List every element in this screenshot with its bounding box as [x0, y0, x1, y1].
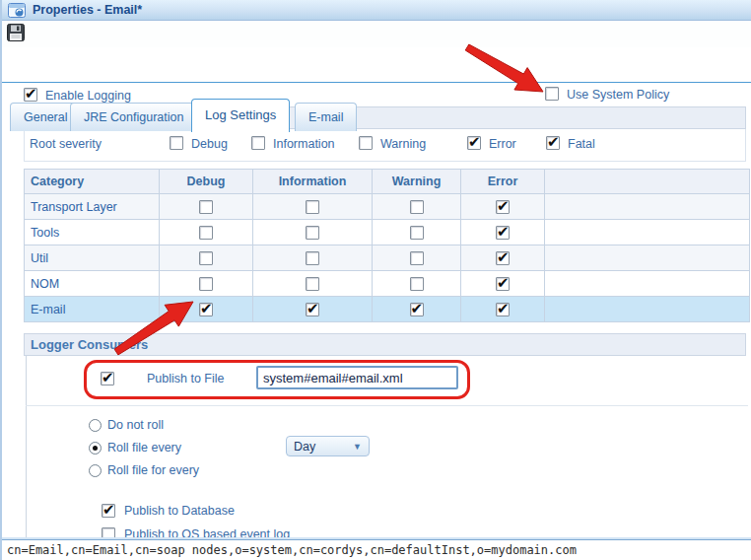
dn-path-text: cn=Email,cn=Email,cn=soap nodes,o=system… [7, 543, 577, 557]
tools-warning-checkbox[interactable] [410, 226, 424, 240]
use-system-policy-checkbox[interactable] [545, 87, 559, 101]
tab-underline [2, 82, 751, 83]
email-error-checkbox[interactable] [496, 303, 510, 316]
root-debug-label: Debug [191, 137, 228, 151]
util-error-checkbox[interactable] [496, 251, 510, 265]
col-information: Information [253, 170, 373, 194]
enable-logging-checkbox[interactable] [24, 88, 37, 102]
nom-error-checkbox[interactable] [496, 277, 510, 291]
row-category: E-mail [25, 297, 160, 322]
title-bar: Properties - Email* [2, 0, 751, 21]
root-information-checkbox[interactable] [251, 136, 265, 150]
email-warning-checkbox[interactable] [410, 303, 424, 316]
transport-warning-checkbox[interactable] [410, 200, 424, 214]
col-warning: Warning [373, 170, 461, 194]
util-information-checkbox[interactable] [306, 251, 319, 265]
util-warning-checkbox[interactable] [410, 251, 424, 265]
logger-consumers-header: Logger Consumers [24, 333, 746, 356]
root-error-label: Error [489, 137, 516, 151]
tools-debug-checkbox[interactable] [199, 226, 213, 240]
root-information-label: Information [273, 137, 335, 151]
table-row-email-selected[interactable]: E-mail [25, 297, 750, 322]
email-debug-checkbox[interactable] [199, 303, 213, 316]
col-debug: Debug [160, 170, 253, 194]
transport-debug-checkbox[interactable] [199, 200, 213, 214]
root-debug-checkbox[interactable] [170, 136, 183, 150]
row-category: Util [25, 245, 160, 271]
col-error: Error [461, 170, 545, 194]
do-not-roll-radio[interactable] [89, 419, 102, 432]
tab-log-settings[interactable]: Log Settings [191, 99, 290, 132]
root-warning-checkbox[interactable] [359, 136, 373, 150]
util-debug-checkbox[interactable] [199, 251, 213, 265]
chevron-down-icon: ▼ [353, 442, 369, 452]
toolbar [2, 22, 751, 47]
root-error-checkbox[interactable] [467, 136, 481, 150]
publish-to-database-checkbox[interactable] [102, 504, 115, 518]
properties-window-icon [8, 3, 26, 18]
do-not-roll-label: Do not roll [107, 418, 164, 432]
publish-to-file-checkbox[interactable] [101, 372, 114, 385]
roll-period-dropdown[interactable]: Day ▼ [286, 436, 370, 456]
save-floppy-icon [7, 24, 25, 41]
row-category: Transport Layer [25, 194, 160, 220]
roll-period-value: Day [287, 440, 353, 454]
save-button[interactable] [7, 24, 26, 42]
col-category: Category [25, 170, 160, 194]
tab-email[interactable]: E-mail [295, 103, 357, 131]
publish-to-database-label: Publish to Database [124, 504, 235, 518]
roll-file-for-every-radio[interactable] [89, 464, 102, 477]
consumers-left-border [26, 356, 27, 539]
nom-warning-checkbox[interactable] [410, 277, 424, 291]
table-row-transport-layer[interactable]: Transport Layer [25, 194, 750, 220]
root-fatal-label: Fatal [568, 137, 595, 151]
enable-logging-label: Enable Logging [45, 89, 131, 103]
row-category: NOM [25, 271, 160, 297]
consumers-divider [26, 405, 748, 406]
tools-information-checkbox[interactable] [306, 226, 319, 240]
log-filename-input[interactable] [256, 366, 458, 389]
transport-information-checkbox[interactable] [306, 200, 319, 214]
root-severity-label: Root severity [30, 137, 102, 151]
root-fatal-checkbox[interactable] [546, 136, 560, 150]
row-category: Tools [25, 220, 160, 245]
root-warning-label: Warning [380, 137, 426, 151]
properties-dialog: Properties - Email* General JRE Configur… [0, 0, 751, 560]
severity-table: Category Debug Information Warning Error… [24, 169, 750, 322]
nom-information-checkbox[interactable] [306, 277, 319, 291]
col-empty [545, 170, 750, 194]
tab-bar: General JRE Configuration Log Settings E… [2, 49, 751, 83]
severity-table-header-row: Category Debug Information Warning Error [25, 170, 750, 194]
roll-file-every-label: Roll file every [107, 441, 181, 455]
table-row-nom[interactable]: NOM [25, 271, 750, 297]
table-row-util[interactable]: Util [25, 245, 750, 271]
tab-jre-configuration[interactable]: JRE Configuration [70, 103, 197, 131]
table-row-tools[interactable]: Tools [25, 220, 750, 245]
email-information-checkbox[interactable] [306, 303, 319, 316]
tools-error-checkbox[interactable] [496, 226, 510, 240]
publish-to-file-label: Publish to File [147, 372, 225, 385]
nom-debug-checkbox[interactable] [199, 277, 213, 291]
use-system-policy-label: Use System Policy [567, 88, 669, 102]
roll-file-for-every-label: Roll file for every [107, 463, 199, 477]
dialog-title: Properties - Email* [33, 3, 142, 17]
status-bar: cn=Email,cn=Email,cn=soap nodes,o=system… [2, 539, 751, 560]
transport-error-checkbox[interactable] [496, 200, 510, 214]
roll-file-every-radio[interactable] [89, 442, 102, 455]
